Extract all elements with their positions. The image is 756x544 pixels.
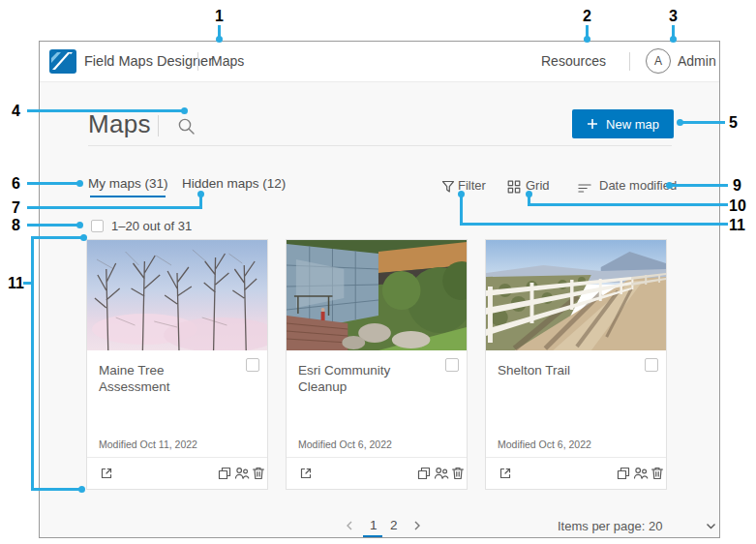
callout-line-7a	[27, 206, 202, 209]
callout-line-4	[27, 109, 184, 112]
card-checkbox[interactable]	[645, 358, 658, 372]
map-card[interactable]: Esri Community Cleanup Modified Oct 6, 2…	[286, 239, 468, 490]
map-card[interactable]: Maine Tree Assessment Modified Oct 11, 2…	[86, 239, 268, 490]
delete-icon[interactable]	[650, 466, 665, 481]
callout-line-8	[27, 224, 77, 227]
new-map-button[interactable]: New map	[572, 109, 674, 138]
callout-dot-4	[181, 107, 188, 114]
page-next-icon[interactable]	[412, 520, 422, 531]
card-title: Maine Tree Assessment	[99, 362, 234, 395]
header-divider	[197, 52, 198, 71]
callout-dot-1	[216, 36, 223, 43]
open-map-icon[interactable]	[298, 466, 314, 481]
new-map-label: New map	[606, 117, 659, 132]
share-members-icon[interactable]	[234, 466, 250, 481]
callout-dot-5	[677, 119, 683, 126]
header-divider-2	[629, 52, 630, 71]
callout-line-9	[670, 184, 728, 187]
app-title: Field Maps Designer	[84, 42, 213, 81]
callout-dot-8	[76, 222, 83, 228]
title-divider	[158, 115, 159, 136]
callout-label-8: 8	[12, 217, 20, 234]
page-number-1[interactable]: 1	[370, 518, 378, 532]
sort-icon[interactable]	[578, 182, 591, 196]
card-footer	[287, 457, 467, 490]
callout-dot-11-right	[458, 191, 465, 197]
card-checkbox[interactable]	[246, 358, 259, 372]
username-label[interactable]: Admin	[678, 42, 716, 81]
active-tab-underline	[90, 196, 166, 197]
callout-dot-10	[526, 191, 532, 197]
page-number-2[interactable]: 2	[390, 518, 398, 532]
callout-line-11-top	[31, 236, 83, 239]
callout-dot-11-bottom	[78, 486, 85, 493]
current-page-underline	[363, 535, 382, 537]
callout-line-11-bottom	[31, 488, 81, 491]
grid-view-icon[interactable]	[507, 180, 521, 194]
share-members-icon[interactable]	[633, 466, 649, 481]
callout-line-6	[27, 182, 77, 185]
callout-dot-3	[670, 36, 677, 43]
callout-label-6: 6	[12, 175, 20, 193]
callout-label-2: 2	[583, 8, 591, 25]
selection-count-label: 1–20 out of 31	[111, 219, 192, 233]
callout-line-11r-b	[460, 223, 728, 226]
card-checkbox[interactable]	[445, 358, 459, 372]
card-thumbnail-trail	[486, 240, 666, 350]
card-footer	[87, 457, 267, 490]
resources-link[interactable]: Resources	[541, 42, 606, 81]
delete-icon[interactable]	[251, 466, 266, 481]
nav-item-maps[interactable]: Maps	[211, 42, 244, 81]
callout-label-11-right: 11	[729, 217, 745, 234]
callout-label-5: 5	[729, 114, 738, 132]
card-modified-date: Modified Oct 11, 2022	[99, 438, 197, 450]
card-thumbnail-trees	[87, 240, 267, 350]
callout-dot-6	[76, 180, 83, 187]
callout-label-3: 3	[669, 8, 678, 25]
tab-my-maps[interactable]: My maps (31)	[88, 176, 168, 191]
callout-label-9: 9	[733, 177, 741, 195]
header-rule	[88, 145, 672, 146]
avatar[interactable]: A	[646, 48, 671, 74]
filter-icon[interactable]	[441, 180, 455, 194]
page-title: Maps	[88, 109, 151, 139]
page-prev-icon[interactable]	[345, 520, 354, 531]
callout-line-10b	[528, 203, 728, 206]
callout-line-11r-a	[460, 195, 463, 226]
screenshot-canvas: Field Maps Designer Maps Resources A Adm…	[0, 0, 756, 544]
card-footer	[486, 457, 666, 490]
select-all-checkbox[interactable]	[91, 220, 104, 232]
card-modified-date: Modified Oct 6, 2022	[498, 438, 591, 450]
duplicate-icon[interactable]	[416, 466, 432, 481]
open-map-icon[interactable]	[99, 466, 114, 481]
esri-logo-icon	[49, 49, 76, 74]
callout-dot-11-top	[80, 234, 87, 241]
tab-hidden-maps[interactable]: Hidden maps (12)	[182, 176, 286, 191]
card-title: Esri Community Cleanup	[298, 362, 434, 395]
callout-label-10: 10	[729, 197, 746, 215]
items-per-page-select[interactable]: Items per page: 20	[558, 519, 662, 533]
search-icon[interactable]	[177, 117, 197, 136]
app-header: Field Maps Designer Maps Resources A Adm…	[40, 42, 719, 82]
card-modified-date: Modified Oct 6, 2022	[298, 438, 392, 450]
callout-label-11-left: 11	[8, 275, 24, 292]
callout-dot-9	[666, 182, 673, 189]
callout-dot-7	[197, 191, 204, 197]
callout-label-4: 4	[12, 103, 20, 120]
share-members-icon[interactable]	[434, 466, 449, 481]
open-map-icon[interactable]	[498, 466, 513, 481]
app-window: Field Maps Designer Maps Resources A Adm…	[39, 41, 720, 538]
chevron-down-icon[interactable]	[706, 523, 716, 530]
callout-label-1: 1	[215, 8, 224, 25]
card-title: Shelton Trail	[498, 362, 633, 378]
duplicate-icon[interactable]	[217, 466, 232, 481]
card-thumbnail-campus	[287, 240, 467, 350]
callout-label-7: 7	[12, 199, 20, 217]
plus-icon	[587, 118, 598, 130]
callout-dot-2	[584, 36, 590, 43]
callout-line-11-bracket	[31, 236, 34, 491]
callout-line-5	[680, 121, 725, 124]
map-card[interactable]: Shelton Trail Modified Oct 6, 2022	[485, 239, 667, 490]
duplicate-icon[interactable]	[616, 466, 631, 481]
delete-icon[interactable]	[450, 466, 466, 481]
